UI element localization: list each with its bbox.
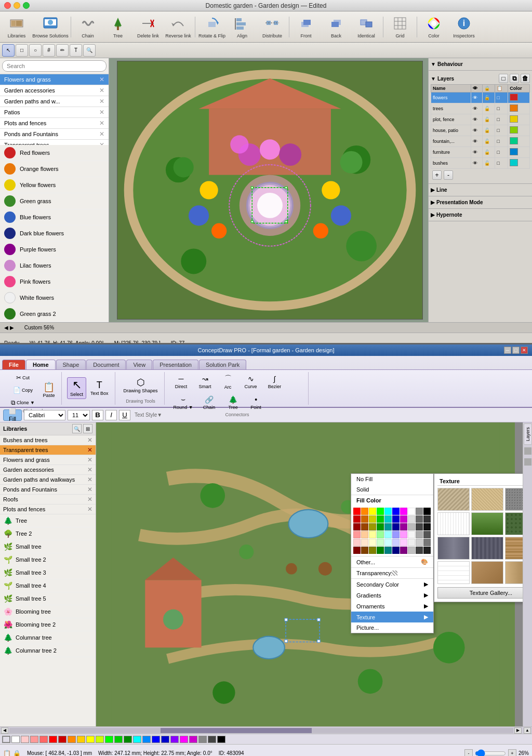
color-xsilver[interactable] — [408, 547, 415, 554]
lib-item-columnar-tree2[interactable]: 🌲 Columnar tree 2 — [0, 644, 96, 657]
v-scroll-up-btn[interactable]: ▲ — [524, 727, 531, 734]
tab-presentation[interactable]: Presentation — [153, 360, 198, 369]
color-brown[interactable] — [361, 515, 368, 523]
dodgerblue-swatch[interactable] — [142, 736, 151, 743]
ellipse-tool[interactable]: ○ — [29, 44, 42, 57]
category-plots-fences[interactable]: Plots and fences ✕ — [0, 118, 109, 129]
lib-item-small-tree2[interactable]: 🌱 Small tree 2 — [0, 553, 96, 566]
distribute-button[interactable]: Distribute — [258, 13, 287, 41]
color-purple[interactable] — [400, 515, 407, 523]
layer-house-patio[interactable]: house, patio 👁 🔓 □ — [431, 125, 530, 136]
font-dropdown[interactable]: Calibri — [24, 410, 65, 420]
color-medgray[interactable] — [416, 531, 423, 538]
color-maroon[interactable] — [353, 523, 361, 530]
zoom-in-btn[interactable]: + — [508, 749, 516, 757]
paste-button[interactable]: 📋 Paste — [39, 380, 58, 400]
color-silver[interactable] — [408, 523, 415, 530]
flowers-color[interactable] — [510, 94, 518, 101]
secondary-color-option[interactable]: Secondary Color ▶ — [351, 579, 433, 590]
color-chocolate[interactable] — [361, 547, 368, 554]
texture-metal2[interactable] — [471, 537, 503, 560]
hypernote-title[interactable]: ▶ Hypernote — [431, 211, 530, 219]
arc-button[interactable]: ⌒ Arc — [218, 372, 238, 392]
front-button[interactable]: Front — [291, 13, 321, 41]
tab-file[interactable]: File — [2, 360, 25, 369]
layer-flowers[interactable]: flowers 👁 🔓 □ — [431, 92, 530, 103]
orange-swatch[interactable] — [68, 736, 76, 743]
color-red[interactable] — [353, 508, 361, 515]
color-gray[interactable] — [416, 508, 423, 515]
texture-option[interactable]: Texture ▶ — [351, 612, 433, 622]
color-darkblue[interactable] — [392, 515, 400, 523]
color-navy[interactable] — [392, 523, 400, 530]
gold-swatch[interactable] — [77, 736, 85, 743]
scroll-right-btn[interactable]: ▶ — [514, 727, 522, 734]
color-darkgreen[interactable] — [377, 523, 384, 530]
presentation-title[interactable]: ▶ Presentation Mode — [431, 198, 530, 206]
darkblue-swatch[interactable] — [161, 736, 169, 743]
round-button[interactable]: ⌣ Round ▼ — [170, 393, 197, 412]
right-panel-btn2[interactable] — [524, 458, 531, 466]
font-size-dropdown[interactable]: 11 — [68, 410, 90, 420]
lib-item-blooming-tree2[interactable]: 🌺 Blooming tree 2 — [0, 618, 96, 631]
search-input[interactable] — [2, 60, 107, 72]
close-button[interactable] — [4, 2, 11, 9]
drawing-shapes-button[interactable]: ⬡ Drawing Shapes — [121, 376, 161, 395]
layers-side-tab[interactable]: Layers — [524, 423, 532, 445]
gray-swatch[interactable] — [198, 736, 207, 743]
item-green-grass[interactable]: Green grass — [0, 193, 109, 209]
darkred-swatch[interactable] — [58, 736, 66, 743]
chain-ribbon-button[interactable]: 🔗 Chain — [198, 393, 221, 412]
bottom-maximize-btn[interactable]: □ — [512, 347, 520, 354]
lib-item-small-tree4[interactable]: 🌱 Small tree 4 — [0, 579, 96, 592]
smart-button[interactable]: ↝ Smart — [194, 373, 217, 391]
point-button[interactable]: • Point — [246, 393, 267, 412]
texture-wood4[interactable] — [505, 561, 523, 584]
bold-button[interactable]: B — [92, 410, 103, 420]
layer-fountain[interactable]: fountain,... 👁 🔓 □ — [431, 136, 530, 147]
line-title[interactable]: ▶ Line — [431, 186, 530, 194]
lib-item-columnar-tree[interactable]: 🌲 Columnar tree — [0, 631, 96, 644]
color-mint[interactable] — [377, 539, 384, 546]
color-midnightblue[interactable] — [392, 547, 400, 554]
color-thistle[interactable] — [400, 539, 407, 546]
reverse-link-button[interactable]: Reverse link — [164, 13, 193, 41]
scroll-left-btn[interactable]: ◀ — [1, 727, 8, 734]
black-swatch[interactable] — [217, 736, 225, 743]
category-garden-paths[interactable]: Garden paths and w... ✕ — [0, 96, 109, 107]
color-forestgreen[interactable] — [377, 547, 384, 554]
color-orange[interactable] — [361, 508, 368, 515]
cut-button[interactable]: ✂ Cut — [7, 372, 38, 383]
remove-layer-button[interactable]: - — [444, 170, 453, 180]
category-patios[interactable]: Patios ✕ — [0, 107, 109, 118]
plot-color[interactable] — [510, 115, 518, 123]
pen-tool[interactable]: ✏ — [56, 44, 69, 57]
color-darkslate[interactable] — [384, 547, 392, 554]
color-white[interactable] — [408, 508, 415, 515]
texture-grass[interactable] — [437, 512, 470, 535]
solid-option[interactable]: Solid — [351, 484, 433, 495]
texture-grass2[interactable] — [471, 512, 503, 535]
align-button[interactable]: Align — [228, 13, 257, 41]
fill-button[interactable]: ⬜ Fill — [3, 409, 22, 421]
darkgreen-swatch[interactable] — [124, 736, 132, 743]
texture-wood2[interactable] — [437, 561, 470, 584]
color-pink[interactable] — [353, 539, 361, 546]
scrollbar-thumb[interactable] — [161, 728, 312, 733]
color-darkred[interactable] — [353, 515, 361, 523]
item-lilac-flowers[interactable]: Lilac flowers — [0, 258, 109, 274]
item-white-flowers[interactable]: White flowers — [0, 290, 109, 306]
blue-swatch[interactable] — [152, 736, 160, 743]
lib-item-small-tree3[interactable]: 🌿 Small tree 3 — [0, 566, 96, 579]
layer-duplicate-icon[interactable]: ⧉ — [510, 74, 519, 83]
item-orange-flowers[interactable]: Orange flowers — [0, 161, 109, 177]
layer-trees[interactable]: trees 👁 🔓 □ — [431, 103, 530, 114]
bushes-color[interactable] — [510, 159, 518, 166]
color-magenta[interactable] — [400, 508, 407, 515]
gradients-option[interactable]: Gradients ▶ — [351, 590, 433, 601]
darkgray-swatch[interactable] — [208, 736, 216, 743]
lib-cat-garden-paths[interactable]: Garden paths and walkways ✕ — [0, 475, 96, 485]
category-garden-accessories[interactable]: Garden accessories ✕ — [0, 85, 109, 96]
inspectors-button[interactable]: i Inspectors — [449, 13, 478, 41]
color-darkyellow[interactable] — [369, 547, 376, 554]
